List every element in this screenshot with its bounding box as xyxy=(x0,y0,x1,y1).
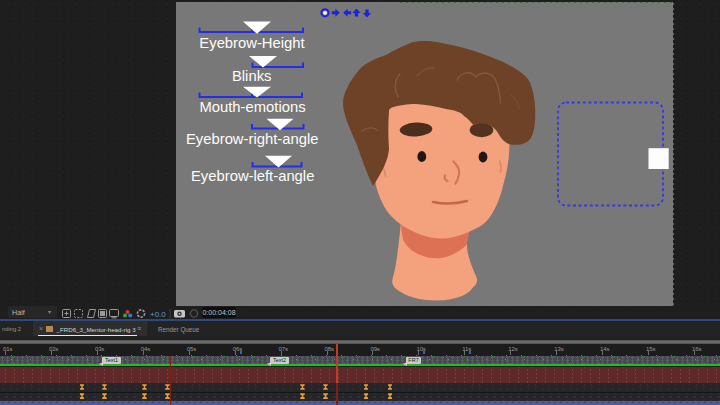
svg-text:Eyebrow-right-angle: Eyebrow-right-angle xyxy=(186,131,318,147)
svg-text:Mouth-emotions: Mouth-emotions xyxy=(199,99,305,115)
svg-text:Eyebrow-Height: Eyebrow-Height xyxy=(199,35,304,51)
svg-text:Eyebrow-left-angle: Eyebrow-left-angle xyxy=(191,168,314,184)
svg-text:+0.0: +0.0 xyxy=(150,309,166,318)
svg-text:Blinks: Blinks xyxy=(232,68,271,84)
